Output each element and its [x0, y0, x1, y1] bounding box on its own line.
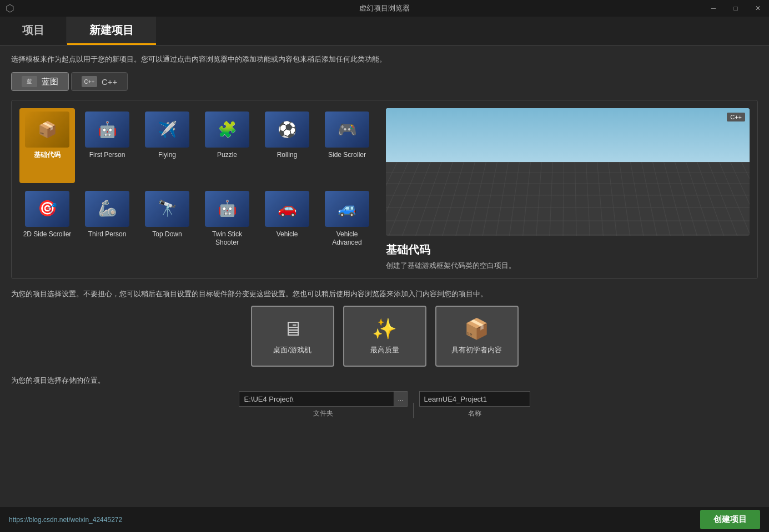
- template-thumb-top-down: 🔭: [145, 191, 189, 227]
- template-label-twin-stick: Twin Stick Shooter: [203, 230, 252, 247]
- quality-icon: ✨: [372, 317, 397, 341]
- main-content: 选择模板来作为起点以用于您的新项目。您可以通过点击内容浏览器中的添加功能或内容包…: [0, 45, 769, 433]
- template-label-puzzle: Puzzle: [217, 151, 237, 160]
- basic-icon: 📦: [38, 122, 57, 138]
- settings-cards: 🖥 桌面/游戏机 ✨ 最高质量 📦 具有初学者内容: [11, 306, 758, 367]
- settings-section: 为您的项目选择设置。不要担心，您可以稍后在项目设置的目标硬件部分变更这些设置。您…: [11, 289, 758, 367]
- template-2d-side-scroller[interactable]: 🎯 2D Side Scroller: [19, 188, 75, 271]
- template-basic-code[interactable]: 📦 基础代码: [19, 108, 75, 183]
- template-label-first-person: First Person: [89, 151, 125, 160]
- browse-button[interactable]: ...: [394, 391, 407, 407]
- template-thumb-2d-side: 🎯: [25, 191, 69, 227]
- template-grid: 📦 基础代码 🤖 First Person ✈️ Flying 🧩: [19, 108, 375, 271]
- third-person-icon: 🦾: [98, 201, 117, 216]
- window-controls: ─ □ ✕: [702, 0, 769, 17]
- template-flying[interactable]: ✈️ Flying: [139, 108, 195, 183]
- template-label-side-scroller: Side Scroller: [328, 151, 366, 160]
- template-third-person[interactable]: 🦾 Third Person: [79, 188, 135, 271]
- template-label-rolling: Rolling: [277, 151, 298, 160]
- template-thumb-basic: 📦: [25, 112, 69, 148]
- starter-icon: 📦: [464, 317, 489, 341]
- preview-pane: C++ 基础代码 创建了基础游戏框架代码类的空白项目。: [386, 108, 750, 271]
- card-desktop[interactable]: 🖥 桌面/游戏机: [251, 306, 334, 367]
- titlebar: ⬡ 虚幻项目浏览器 ─ □ ✕: [0, 0, 769, 17]
- bottom-link[interactable]: https://blog.csdn.net/weixin_42445272: [9, 516, 122, 524]
- settings-description: 为您的项目选择设置。不要担心，您可以稍后在项目设置的目标硬件部分变更这些设置。您…: [11, 289, 758, 299]
- puzzle-icon: 🧩: [218, 122, 237, 138]
- card-quality[interactable]: ✨ 最高质量: [343, 306, 426, 367]
- name-label: 名称: [468, 409, 481, 418]
- rolling-icon: ⚽: [278, 122, 297, 138]
- path-divider: [413, 403, 414, 418]
- tab-project[interactable]: 项目: [0, 17, 67, 45]
- project-name-input[interactable]: [419, 391, 530, 407]
- template-vehicle-advanced[interactable]: 🚙 Vehicle Advanced: [319, 188, 375, 271]
- template-thumb-vehicle-advanced: 🚙: [325, 191, 369, 227]
- template-label-basic: 基础代码: [34, 151, 61, 160]
- cpp-label: C++: [102, 77, 117, 87]
- maximize-button[interactable]: □: [725, 0, 747, 17]
- cpp-icon: C++: [82, 76, 97, 87]
- template-thumb-vehicle: 🚗: [265, 191, 309, 227]
- create-project-button[interactable]: 创建项目: [700, 510, 760, 529]
- template-rolling[interactable]: ⚽ Rolling: [259, 108, 315, 183]
- side-scroller-icon: 🎮: [338, 122, 357, 138]
- tab-blueprint[interactable]: 蓝 蓝图: [11, 72, 69, 91]
- template-thumb-puzzle: 🧩: [205, 112, 249, 148]
- template-thumb-flying: ✈️: [145, 112, 189, 148]
- header-tabs: 项目 新建项目: [0, 17, 769, 45]
- 2d-side-icon: 🎯: [38, 201, 57, 216]
- template-vehicle[interactable]: 🚗 Vehicle: [259, 188, 315, 271]
- path-row: ... 文件夹 名称: [11, 391, 758, 418]
- template-thumb-side-scroller: 🎮: [325, 112, 369, 148]
- minimize-button[interactable]: ─: [702, 0, 725, 17]
- quality-label: 最高质量: [370, 345, 399, 355]
- preview-desc: 创建了基础游戏框架代码类的空白项目。: [386, 261, 750, 271]
- main-description: 选择模板来作为起点以用于您的新项目。您可以通过点击内容浏览器中的添加功能或内容包…: [11, 54, 758, 64]
- flying-icon: ✈️: [158, 122, 177, 138]
- template-thumb-rolling: ⚽: [265, 112, 309, 148]
- blueprint-label: 蓝图: [42, 77, 58, 87]
- tab-cpp[interactable]: C++ C++: [71, 72, 128, 91]
- templates-section: 📦 基础代码 🤖 First Person ✈️ Flying 🧩: [11, 100, 758, 279]
- desktop-icon: 🖥: [283, 317, 303, 341]
- template-thumb-twin-stick: 🤖: [205, 191, 249, 227]
- template-label-vehicle: Vehicle: [277, 230, 298, 239]
- folder-input[interactable]: [239, 391, 394, 407]
- preview-cpp-badge: C++: [727, 113, 745, 121]
- template-top-down[interactable]: 🔭 Top Down: [139, 188, 195, 271]
- preview-image: C++: [386, 108, 750, 236]
- blueprint-icon: 蓝: [22, 76, 37, 87]
- storage-section: 为您的项目选择存储的位置。 ... 文件夹 名称: [11, 376, 758, 418]
- template-puzzle[interactable]: 🧩 Puzzle: [199, 108, 255, 183]
- template-label-2d-side: 2D Side Scroller: [23, 230, 72, 239]
- folder-group: ... 文件夹: [239, 391, 407, 418]
- template-label-vehicle-advanced: Vehicle Advanced: [323, 230, 371, 247]
- template-side-scroller[interactable]: 🎮 Side Scroller: [319, 108, 375, 183]
- template-label-third-person: Third Person: [88, 230, 127, 239]
- vehicle-icon: 🚗: [278, 201, 297, 216]
- preview-ground: [386, 162, 750, 236]
- language-tabs: 蓝 蓝图 C++ C++: [11, 72, 758, 91]
- preview-sky: [386, 108, 750, 166]
- preview-name: 基础代码: [386, 242, 750, 257]
- template-first-person[interactable]: 🤖 First Person: [79, 108, 135, 183]
- twin-stick-icon: 🤖: [218, 201, 237, 216]
- folder-label: 文件夹: [313, 409, 333, 418]
- bottom-bar: https://blog.csdn.net/weixin_42445272 创建…: [0, 507, 769, 532]
- template-label-flying: Flying: [158, 151, 176, 160]
- template-twin-stick[interactable]: 🤖 Twin Stick Shooter: [199, 188, 255, 271]
- desktop-label: 桌面/游戏机: [273, 345, 311, 355]
- close-button[interactable]: ✕: [747, 0, 769, 17]
- vehicle-advanced-icon: 🚙: [338, 201, 357, 216]
- card-starter[interactable]: 📦 具有初学者内容: [435, 306, 519, 367]
- storage-description: 为您的项目选择存储的位置。: [11, 376, 758, 386]
- name-group: 名称: [419, 391, 530, 418]
- tab-new-project[interactable]: 新建项目: [67, 17, 156, 45]
- top-down-icon: 🔭: [158, 201, 177, 216]
- starter-label: 具有初学者内容: [451, 345, 502, 355]
- template-thumb-third-person: 🦾: [85, 191, 129, 227]
- template-label-top-down: Top Down: [152, 230, 182, 239]
- window-title: 虚幻项目浏览器: [359, 3, 410, 13]
- template-thumb-first-person: 🤖: [85, 112, 129, 148]
